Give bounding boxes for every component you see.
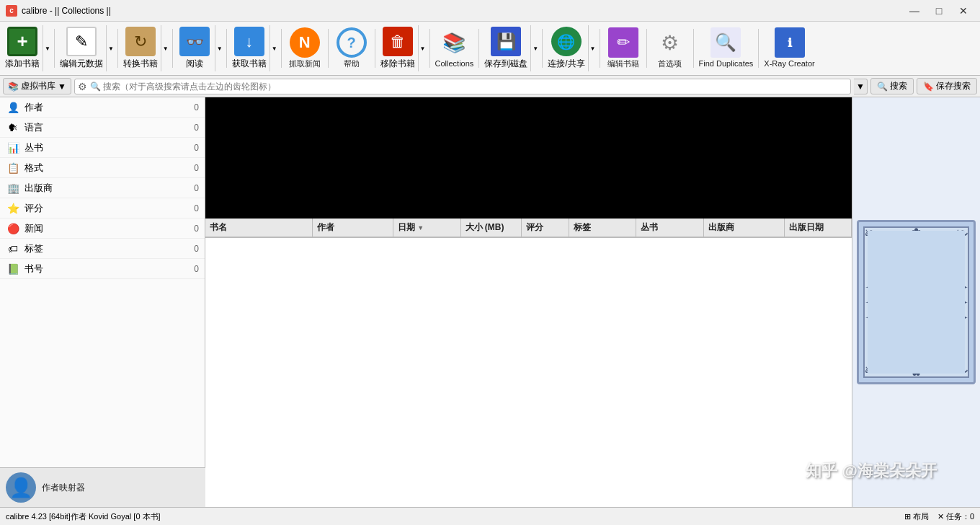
sep8	[429, 29, 430, 68]
ratings-count: 0	[194, 203, 199, 213]
col-pubdate[interactable]: 出版日期	[785, 219, 852, 237]
statusbar-right: ⊞ 布局 ✕ 任务：0	[904, 511, 974, 522]
save-search-button[interactable]: 🔖 保存搜索	[917, 78, 977, 94]
sidebar: 👤 作者 0 🗣 语言 0 📊 丛书 0 📋 格式 0 🏢 出版商 0 ⭐ 评分…	[0, 97, 205, 507]
read-label: 阅读	[186, 58, 203, 70]
layout-label: 布局	[913, 511, 929, 522]
cover-panel: ❧ ❧ ❧ ❧ ✿ ✿ ✦✦✦ ✦✦✦	[852, 97, 980, 507]
edit-metadata-button[interactable]: ✎ 编辑元数据 ▼	[56, 25, 116, 72]
prefs-icon: ⚙	[655, 27, 685, 58]
fetch-news-button[interactable]: ↓ 获取书籍 ▼	[228, 25, 280, 72]
avatar-icon: 👤	[6, 472, 36, 503]
formats-count: 0	[194, 163, 199, 173]
library-button[interactable]: 📚 虚拟书库 ▼	[3, 78, 71, 94]
sep6	[328, 29, 329, 68]
sidebar-item-series[interactable]: 📊 丛书 0	[0, 138, 205, 158]
xray-creator-button[interactable]: ℹ X-Ray Creator	[760, 25, 818, 72]
read-dropdown[interactable]: ▼	[215, 25, 224, 71]
sep9	[478, 29, 479, 68]
book-list[interactable]: 书名 作者 日期 ▼ 大小 (MB) 评分 标签	[205, 219, 852, 507]
news-sidebar-icon: 🔴	[6, 221, 20, 236]
formats-icon: 📋	[6, 161, 20, 175]
add-book-button[interactable]: + 添加书籍 ▼	[1, 25, 53, 72]
edit-book-button[interactable]: ✏ 编辑书籍	[602, 25, 645, 72]
col-rating[interactable]: 评分	[522, 219, 569, 237]
add-book-dropdown[interactable]: ▼	[43, 25, 52, 71]
col-publisher[interactable]: 出版商	[704, 219, 785, 237]
sep5	[281, 29, 282, 68]
col-series[interactable]: 丛书	[636, 219, 704, 237]
edit-book-icon: ✏	[608, 27, 638, 58]
cover-frame: ❧ ❧ ❧ ❧ ✿ ✿ ✦✦✦ ✦✦✦	[857, 220, 976, 384]
col-title[interactable]: 书名	[205, 219, 313, 237]
ratings-label: 评分	[24, 202, 190, 215]
col-tags[interactable]: 标签	[569, 219, 637, 237]
save-disk-button[interactable]: 💾 保存到磁盘 ▼	[481, 25, 540, 72]
search-button[interactable]: 🔍 搜索	[870, 78, 914, 94]
fetch-news-label: 获取书籍	[232, 58, 267, 70]
remove-button[interactable]: 🗑 移除书籍 ▼	[377, 25, 428, 72]
collections-label: Collections	[435, 59, 474, 69]
languages-label: 语言	[24, 121, 190, 134]
window-title: calibre - || Collections ||	[22, 6, 111, 16]
sep11	[600, 29, 600, 68]
series-icon: 📊	[6, 141, 20, 155]
connect-button[interactable]: 🌐 连接/共享 ▼	[544, 25, 597, 72]
publishers-label: 出版商	[24, 182, 190, 195]
help-button[interactable]: ? 帮助	[330, 25, 373, 72]
edit-metadata-dropdown[interactable]: ▼	[106, 25, 115, 71]
remove-dropdown[interactable]: ▼	[418, 25, 427, 71]
statusbar-info: calibre 4.23 [64bit]作者 Kovid Goyal [0 本书…	[6, 511, 899, 522]
preferences-button[interactable]: ⚙ 首选项	[649, 25, 692, 72]
search-gear-icon[interactable]: ⚙	[78, 81, 87, 92]
sidebar-item-publishers[interactable]: 🏢 出版商 0	[0, 178, 205, 198]
languages-icon: 🗣	[6, 120, 20, 135]
fetch-news-dropdown[interactable]: ▼	[270, 25, 279, 71]
book-count: [0 本书]	[133, 512, 160, 521]
remove-icon: 🗑	[383, 27, 413, 56]
maximize-button[interactable]: □	[928, 3, 950, 19]
col-date[interactable]: 日期 ▼	[393, 219, 461, 237]
sidebar-item-ratings[interactable]: ⭐ 评分 0	[0, 198, 205, 219]
search-dropdown-button[interactable]: ▼	[854, 79, 868, 94]
close-button[interactable]: ✕	[953, 3, 974, 19]
col-size[interactable]: 大小 (MB)	[461, 219, 522, 237]
isbn-count: 0	[194, 264, 199, 274]
sep10	[542, 29, 543, 68]
tags-label: 标签	[24, 242, 190, 255]
convert-dropdown[interactable]: ▼	[161, 25, 170, 71]
collections-button[interactable]: 📚 Collections	[432, 25, 478, 72]
find-duplicates-button[interactable]: 🔍 Find Duplicates	[695, 25, 757, 72]
sep2	[117, 29, 118, 68]
tasks-button[interactable]: ✕ 任务：0	[937, 511, 974, 522]
tags-icon: 🏷	[6, 242, 20, 256]
sidebar-item-formats[interactable]: 📋 格式 0	[0, 158, 205, 178]
authors-icon: 👤	[6, 100, 20, 115]
read-button[interactable]: 👓 阅读 ▼	[174, 25, 225, 72]
sidebar-item-languages[interactable]: 🗣 语言 0	[0, 118, 205, 138]
sep13	[693, 29, 694, 68]
series-count: 0	[194, 143, 199, 153]
library-dropdown-icon: ▼	[58, 81, 66, 92]
save-disk-dropdown[interactable]: ▼	[530, 25, 540, 71]
languages-count: 0	[194, 123, 199, 133]
connect-dropdown[interactable]: ▼	[588, 25, 597, 71]
minimize-button[interactable]: —	[904, 3, 925, 19]
layout-button[interactable]: ⊞ 布局	[904, 511, 929, 522]
titlebar-left: c calibre - || Collections ||	[6, 5, 111, 17]
sidebar-item-isbn[interactable]: 📗 书号 0	[0, 259, 205, 279]
series-label: 丛书	[24, 141, 190, 154]
sidebar-item-authors[interactable]: 👤 作者 0	[0, 97, 205, 118]
book-list-header: 书名 作者 日期 ▼ 大小 (MB) 评分 标签	[205, 219, 852, 238]
news-button[interactable]: N 抓取新闻	[283, 25, 326, 72]
sidebar-item-tags[interactable]: 🏷 标签 0	[0, 239, 205, 259]
connect-icon: 🌐	[551, 27, 582, 56]
collections-icon: 📚	[439, 27, 469, 58]
convert-button[interactable]: ↻ 转换书籍 ▼	[120, 25, 171, 72]
search-input[interactable]	[87, 81, 847, 92]
news-sidebar-label: 新闻	[24, 222, 190, 235]
convert-icon: ↻	[125, 27, 156, 56]
sidebar-item-news[interactable]: 🔴 新闻 0	[0, 219, 205, 239]
col-author[interactable]: 作者	[313, 219, 393, 237]
avatar-area: 👤 作者映射器	[0, 467, 205, 507]
